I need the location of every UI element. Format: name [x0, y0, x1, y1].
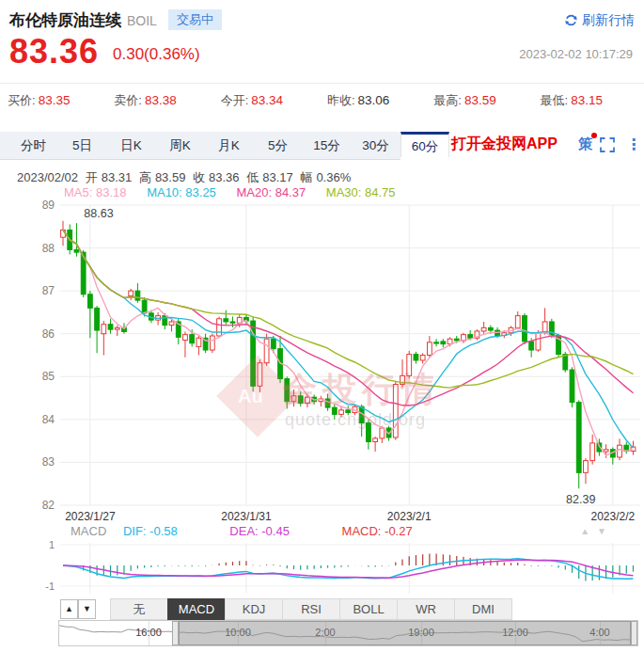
- tab-30min[interactable]: 30分: [352, 132, 400, 159]
- header: 布伦特原油连续BOIL交易中: [9, 9, 222, 32]
- svg-text:2023/1/27: 2023/1/27: [65, 510, 116, 523]
- svg-text:82: 82: [42, 499, 55, 512]
- macd-chart[interactable]: 1-1: [0, 541, 644, 599]
- ask-price: 卖价:83.38: [114, 92, 176, 109]
- nav-time-label: 16:00: [135, 627, 162, 638]
- symbol-code: BOIL: [127, 13, 157, 28]
- svg-text:88.63: 88.63: [84, 207, 113, 220]
- svg-text:87: 87: [42, 284, 55, 297]
- ma10-line: [63, 230, 634, 448]
- indicator-up-button[interactable]: ▲: [60, 599, 78, 619]
- last-price: 83.36: [9, 32, 99, 72]
- nav-left-handle[interactable]: [172, 621, 179, 645]
- bar-range: 0.36%: [316, 170, 351, 184]
- open-price: 今开:83.34: [221, 92, 283, 109]
- bar-date: 2023/02/02: [17, 170, 78, 184]
- scale-down-icon: ▼: [597, 526, 614, 536]
- macd-hist-value: MACD: -0.27: [342, 524, 413, 538]
- datazoom-navigator[interactable]: 16:00 10:00 2:00 19:00 12:00 4:00: [58, 620, 638, 646]
- quote-timestamp: 2023-02-02 10:17:29: [519, 47, 633, 61]
- tab-15min[interactable]: 15分: [303, 132, 351, 159]
- tab-weekly-k[interactable]: 周K: [156, 132, 204, 159]
- ohlc-info-row: 2023/02/02 开83.31 高83.59 收83.36 低83.17 幅…: [17, 169, 354, 186]
- indicator-tab-boll[interactable]: BOLL: [339, 598, 398, 620]
- candlestick-chart[interactable]: 898887868584838288.6382.392023/1/272023/…: [0, 193, 644, 527]
- svg-text:2023/2/2: 2023/2/2: [590, 510, 635, 523]
- price-annotations: 88.6382.39: [84, 207, 595, 506]
- bar-low: 83.17: [262, 170, 293, 184]
- indicator-tab-kdj[interactable]: KDJ: [225, 598, 283, 620]
- tab-monthly-k[interactable]: 月K: [205, 132, 253, 159]
- prev-close-price: 昨收:83.06: [327, 92, 389, 109]
- bar-high: 83.59: [155, 170, 186, 184]
- svg-text:82.39: 82.39: [566, 493, 595, 506]
- svg-text:86: 86: [42, 327, 55, 341]
- notification-dot: [591, 133, 597, 138]
- tab-5min[interactable]: 5分: [254, 132, 302, 159]
- strategy-button[interactable]: 策: [578, 135, 592, 153]
- indicator-tab-rsi[interactable]: RSI: [282, 598, 340, 620]
- quote-page: 布伦特原油连续BOIL交易中 刷新行情 83.36 0.30(0.36%) 20…: [0, 0, 644, 652]
- indicator-tab-wr[interactable]: WR: [397, 598, 455, 620]
- bar-open: 83.31: [102, 170, 133, 184]
- indicator-tab-macd[interactable]: MACD: [167, 598, 226, 620]
- macd-scale-arrows[interactable]: ▲▼: [580, 526, 614, 536]
- svg-text:2023/2/1: 2023/2/1: [387, 510, 432, 523]
- macd-info-row: MACD DIF: -0.58 DEA: -0.45 MACD: -0.27 ▲…: [71, 524, 635, 538]
- main-grid: 8988878685848382: [42, 199, 640, 512]
- fullscreen-icon[interactable]: [600, 137, 615, 156]
- nav-right-handle[interactable]: [631, 621, 637, 645]
- more-menu-icon[interactable]: ⋮: [626, 135, 641, 153]
- svg-text:84: 84: [42, 413, 55, 426]
- svg-text:88: 88: [42, 242, 55, 255]
- indicator-down-button[interactable]: ▼: [78, 599, 96, 619]
- indicator-tab-bar: 无 MACD KDJ RSI BOLL WR DMI: [111, 598, 512, 620]
- bar-close: 83.36: [209, 170, 240, 184]
- quote-summary-row: 买价:83.35 卖价:83.38 今开:83.34 昨收:83.06 最高:8…: [0, 92, 644, 109]
- ma30-line: [63, 230, 634, 388]
- candles: [61, 221, 636, 488]
- price-change: 0.30(0.36%): [113, 45, 200, 64]
- tab-timeline[interactable]: 分时: [9, 132, 57, 159]
- indicator-tab-none[interactable]: 无: [110, 598, 168, 620]
- date-axis: 2023/1/272023/1/312023/2/12023/2/2: [65, 510, 635, 523]
- refresh-icon: [564, 13, 578, 27]
- open-app-link[interactable]: 打开金投网APP: [451, 135, 558, 154]
- nav-selected-range[interactable]: [179, 621, 631, 645]
- header-divider: [0, 83, 644, 84]
- macd-dea-value: DEA: -0.45: [229, 524, 290, 538]
- tab-5day[interactable]: 5日: [58, 132, 106, 159]
- macd-dif-value: DIF: -0.58: [123, 524, 178, 538]
- ma5-line: [63, 230, 634, 455]
- svg-text:2023/1/31: 2023/1/31: [221, 510, 272, 523]
- refresh-label: 刷新行情: [582, 12, 635, 27]
- svg-text:1: 1: [49, 541, 55, 550]
- dea-line: [63, 560, 634, 578]
- low-price: 最低:83.15: [541, 92, 603, 109]
- macd-grid: 1-1: [45, 541, 640, 594]
- scale-up-icon: ▲: [580, 526, 597, 536]
- svg-text:-1: -1: [45, 580, 55, 592]
- refresh-quotes-button[interactable]: 刷新行情: [564, 12, 635, 29]
- svg-text:89: 89: [42, 199, 55, 212]
- svg-text:85: 85: [42, 370, 55, 383]
- trading-status-badge: 交易中: [168, 9, 222, 30]
- tab-daily-k[interactable]: 日K: [107, 132, 155, 159]
- svg-text:83: 83: [42, 455, 55, 469]
- indicator-tab-dmi[interactable]: DMI: [454, 598, 512, 620]
- tab-60min[interactable]: 60分: [401, 132, 449, 157]
- macd-label: MACD: [71, 524, 106, 538]
- period-tab-bar: 分时 5日 日K 周K 月K 5分 15分 30分 60分 打开金投网APP 策…: [0, 132, 644, 160]
- page-title: 布伦特原油连续: [9, 11, 121, 29]
- bid-price: 买价:83.35: [8, 92, 70, 109]
- high-price: 最高:83.59: [433, 92, 495, 109]
